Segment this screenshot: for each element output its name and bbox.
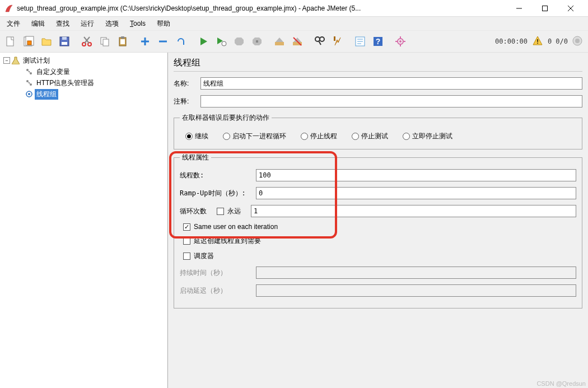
menubar: 文件 编辑 查找 运行 选项 Tools 帮助 — [0, 17, 588, 30]
minus-icon[interactable] — [155, 33, 171, 50]
forever-label: 永远 — [227, 207, 248, 216]
tree-label: 测试计划 — [21, 55, 52, 66]
svg-point-55 — [28, 93, 30, 95]
tree-item-vars[interactable]: 自定义变量 — [1, 66, 166, 77]
forever-checkbox[interactable] — [217, 208, 224, 215]
function-helper-icon[interactable] — [352, 33, 368, 50]
radio-stop-test[interactable]: 停止测试 — [352, 132, 388, 141]
radio-stop-thread[interactable]: 停止线程 — [301, 132, 337, 141]
thread-props-group: 线程属性 线程数: Ramp-Up时间（秒）: 循环次数 永远 Same use… — [174, 153, 582, 308]
save-icon[interactable] — [56, 33, 73, 50]
menu-tools[interactable]: Tools — [125, 18, 150, 29]
minimize-button[interactable] — [506, 0, 532, 17]
window-titlebar: setup_thread_group_example.jmx (C:\Users… — [0, 0, 588, 17]
config-icon — [25, 67, 34, 76]
search-icon[interactable] — [311, 33, 328, 50]
cut-icon[interactable] — [78, 33, 95, 50]
shutdown-icon[interactable] — [249, 33, 265, 50]
clear-icon[interactable] — [271, 33, 288, 50]
duration-label: 持续时间（秒） — [180, 268, 253, 278]
svg-point-48 — [26, 69, 29, 71]
radio-next-loop[interactable]: 启动下一进程循环 — [223, 132, 286, 141]
svg-point-47 — [575, 39, 580, 43]
paste-icon[interactable] — [114, 33, 131, 50]
menu-search[interactable]: 查找 — [52, 17, 74, 30]
warning-icon[interactable]: ! — [532, 35, 543, 48]
tree-root[interactable]: − 测试计划 — [1, 55, 166, 66]
delay-create-label: 延迟创建线程直到需要 — [194, 236, 261, 246]
same-user-label: Same user on each iteration — [194, 223, 278, 231]
copy-icon[interactable] — [96, 33, 113, 50]
new-icon[interactable] — [2, 33, 19, 50]
maximize-button[interactable] — [532, 0, 558, 17]
svg-rect-1 — [543, 6, 548, 11]
stop-icon[interactable] — [231, 33, 248, 50]
threads-input[interactable] — [256, 169, 576, 181]
ramp-input[interactable] — [256, 187, 576, 199]
svg-text:!: ! — [536, 38, 540, 45]
menu-edit[interactable]: 编辑 — [27, 17, 49, 30]
config-icon — [25, 78, 34, 87]
threads-label: 线程数: — [180, 171, 253, 180]
toggle-icon[interactable] — [172, 33, 189, 50]
loop-label: 循环次数 — [180, 207, 213, 216]
tree-panel: − 测试计划 自定义变量 HTTP信息头管理器 线程组 — [0, 53, 168, 388]
menu-run[interactable]: 运行 — [76, 17, 99, 30]
clear-all-icon[interactable] — [289, 33, 306, 50]
radio-stop-now[interactable]: 立即停止测试 — [403, 132, 452, 141]
thread-props-legend: 线程属性 — [180, 153, 211, 162]
svg-rect-25 — [256, 40, 258, 43]
panel-title: 线程组 — [174, 57, 582, 69]
svg-line-50 — [29, 71, 30, 72]
help-icon[interactable]: ? — [370, 33, 386, 50]
startup-delay-label: 启动延迟（秒） — [180, 286, 253, 296]
svg-point-40 — [399, 40, 402, 43]
thread-group-icon — [25, 90, 34, 99]
tree-label: 自定义变量 — [35, 67, 72, 77]
window-title: setup_thread_group_example.jmx (C:\Users… — [17, 4, 506, 12]
svg-line-53 — [29, 82, 30, 83]
svg-rect-32 — [334, 36, 335, 41]
gear-icon[interactable] — [392, 33, 409, 50]
comment-input[interactable] — [200, 95, 582, 107]
duration-input — [256, 267, 576, 279]
reset-search-icon[interactable] — [329, 33, 346, 50]
start-icon[interactable] — [195, 33, 212, 50]
thread-counts: 0 0/0 — [548, 38, 568, 45]
same-user-checkbox[interactable] — [183, 223, 190, 231]
status-indicator-icon — [572, 36, 582, 48]
svg-rect-10 — [62, 37, 67, 40]
delay-create-checkbox[interactable] — [183, 237, 190, 245]
watermark: CSDN @Qredsun — [536, 380, 586, 387]
svg-point-52 — [30, 83, 32, 86]
menu-options[interactable]: 选项 — [101, 17, 123, 30]
svg-rect-9 — [62, 42, 67, 45]
svg-point-51 — [26, 80, 29, 82]
radio-continue[interactable]: 继续 — [185, 132, 208, 141]
tree-label: HTTP信息头管理器 — [35, 78, 96, 88]
menu-file[interactable]: 文件 — [2, 17, 25, 30]
svg-rect-7 — [27, 41, 31, 45]
flask-icon — [11, 56, 20, 65]
scheduler-label: 调度器 — [194, 251, 214, 261]
tree-item-headers[interactable]: HTTP信息头管理器 — [1, 77, 166, 88]
name-label: 名称: — [174, 79, 196, 88]
loop-input[interactable] — [251, 205, 576, 217]
scheduler-checkbox[interactable] — [183, 253, 190, 260]
name-input[interactable] — [200, 77, 582, 90]
plus-icon[interactable] — [137, 33, 153, 50]
tree-item-threadgroup[interactable]: 线程组 — [1, 88, 166, 100]
svg-text:?: ? — [376, 37, 381, 46]
tree-label: 线程组 — [35, 89, 58, 100]
collapse-icon[interactable]: − — [3, 57, 10, 64]
close-button[interactable] — [558, 0, 584, 17]
startup-delay-input — [256, 284, 576, 297]
start-notimers-icon[interactable] — [213, 33, 230, 50]
templates-icon[interactable] — [20, 33, 37, 50]
ramp-label: Ramp-Up时间（秒）: — [180, 189, 253, 198]
menu-help[interactable]: 帮助 — [152, 17, 175, 30]
svg-rect-26 — [275, 42, 284, 45]
open-icon[interactable] — [38, 33, 55, 50]
separator — [174, 71, 582, 72]
elapsed-time: 00:00:00 — [495, 38, 528, 45]
